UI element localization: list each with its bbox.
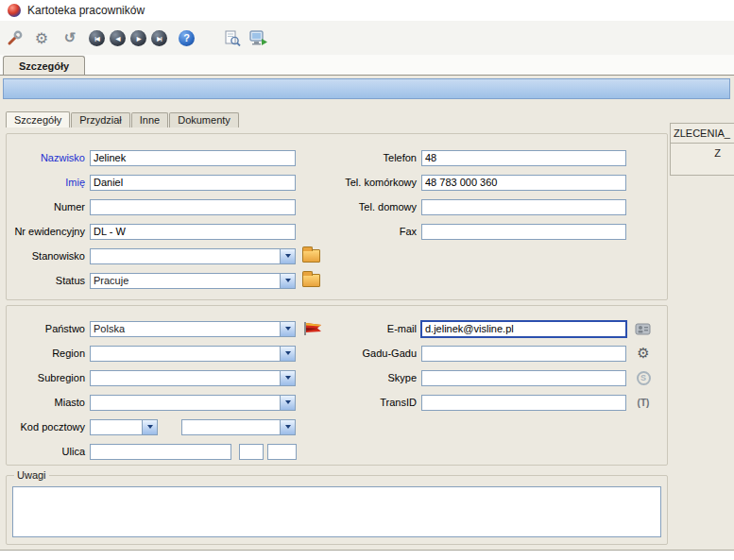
subtab-inne[interactable]: Inne	[131, 112, 168, 127]
next-record-icon[interactable]: ▶	[130, 30, 146, 46]
nr-ewidencyjny-label: Nr ewidencyjny	[7, 226, 90, 237]
nr-domu-input[interactable]	[239, 444, 264, 460]
chevron-down-icon[interactable]	[280, 322, 295, 336]
search-document-icon[interactable]	[223, 28, 242, 47]
subregion-combo[interactable]	[90, 370, 296, 386]
title-bar: Kartoteka pracowników	[0, 0, 734, 21]
status-combo-value: Pracuje	[91, 274, 280, 288]
subregion-combo-value	[91, 371, 280, 385]
undo-icon[interactable]: ↺	[60, 28, 79, 47]
miasto-label: Miasto	[7, 397, 90, 408]
skype-label: Skype	[336, 372, 421, 383]
kod-pocztowy-label: Kod pocztowy	[7, 421, 90, 433]
ulica-label: Ulica	[7, 446, 90, 457]
panstwo-label: Państwo	[7, 323, 90, 334]
header-bar	[3, 78, 730, 99]
tel-domowy-input[interactable]	[421, 199, 626, 215]
first-record-icon[interactable]: |◀	[89, 30, 105, 46]
skype-input[interactable]	[421, 370, 626, 386]
help-icon[interactable]: ?	[179, 30, 195, 46]
gadu-gadu-input[interactable]	[421, 346, 626, 362]
chevron-down-icon[interactable]	[280, 249, 295, 263]
poczta-combo-value	[182, 420, 280, 434]
skype-icon[interactable]: S	[633, 370, 654, 386]
region-combo-value	[91, 347, 280, 361]
numer-label: Numer	[7, 201, 90, 212]
zlecenia-panel: ZLECENIA_ Z	[670, 123, 734, 176]
panstwo-combo-value: Polska	[91, 322, 280, 336]
miasto-combo[interactable]	[90, 395, 296, 411]
chevron-down-icon[interactable]	[280, 347, 295, 361]
flag-icon[interactable]	[302, 321, 323, 337]
uwagi-group: Uwagi	[6, 475, 668, 545]
subtab-przydzial[interactable]: Przydział	[71, 112, 130, 127]
app-icon	[8, 4, 21, 17]
settings-icon[interactable]: ⚙	[32, 28, 51, 47]
gadu-gadu-label: Gadu-Gadu	[336, 348, 421, 359]
last-record-icon[interactable]: ▶|	[151, 30, 167, 46]
tab-szczegoly-main[interactable]: Szczegóły	[3, 56, 85, 76]
nazwisko-label: Nazwisko	[7, 152, 90, 163]
region-combo[interactable]	[90, 346, 296, 362]
skype-glyph: S	[637, 371, 651, 385]
imie-input[interactable]	[90, 175, 296, 191]
tel-domowy-label: Tel. domowy	[336, 201, 421, 212]
nr-ewidencyjny-input[interactable]	[90, 224, 296, 240]
chevron-down-icon[interactable]	[280, 396, 295, 410]
nazwisko-input[interactable]	[90, 150, 296, 166]
gear-icon[interactable]: ⚙	[633, 346, 654, 362]
uwagi-textarea[interactable]	[12, 486, 661, 537]
fax-input[interactable]	[421, 224, 626, 240]
subtab-dokumenty[interactable]: Dokumenty	[169, 112, 239, 127]
subtab-szczegoly[interactable]: Szczegóły	[6, 111, 70, 127]
address-group: Państwo Polska Region	[6, 305, 668, 466]
tools-icon[interactable]	[6, 28, 25, 47]
content-area: Szczegóły Przydział Inne Dokumenty ZLECE…	[0, 75, 734, 551]
kod-pocztowy-combo-value	[91, 420, 142, 434]
toolbar: ⚙ ↺ |◀ ◀ ▶ ▶| ?	[0, 21, 734, 55]
fax-label: Fax	[336, 226, 421, 237]
stanowisko-combo[interactable]	[90, 248, 296, 264]
zlecenia-header: ZLECENIA_	[671, 124, 734, 144]
previous-record-icon[interactable]: ◀	[110, 30, 126, 46]
numer-input[interactable]	[90, 199, 296, 215]
panstwo-combo[interactable]: Polska	[90, 321, 296, 337]
email-label: E-mail	[336, 323, 421, 334]
tel-komorkowy-label: Tel. komórkowy	[336, 177, 421, 188]
chevron-down-icon[interactable]	[280, 420, 295, 434]
main-tab-strip: Szczegóły	[0, 55, 734, 75]
chevron-down-icon[interactable]	[280, 371, 295, 385]
email-input[interactable]	[421, 321, 626, 337]
poczta-combo[interactable]	[181, 419, 296, 435]
stanowisko-label: Stanowisko	[7, 250, 90, 262]
status-folder-icon[interactable]	[302, 274, 320, 287]
kod-pocztowy-combo[interactable]	[90, 419, 158, 435]
chevron-down-icon[interactable]	[142, 420, 157, 434]
tel-komorkowy-input[interactable]	[421, 175, 626, 191]
stanowisko-folder-icon[interactable]	[302, 249, 320, 263]
stanowisko-combo-value	[91, 249, 280, 263]
status-combo[interactable]: Pracuje	[90, 273, 296, 289]
window: Kartoteka pracowników ⚙ ↺ |◀ ◀ ▶ ▶| ?	[0, 0, 734, 560]
subtab-strip: Szczegóły Przydział Inne Dokumenty	[6, 111, 240, 127]
telefon-label: Telefon	[336, 152, 421, 163]
transid-label: TransID	[336, 397, 421, 408]
personal-group: Nazwisko Imię Numer Nr ewidencyjny Stano…	[6, 133, 668, 300]
telefon-input[interactable]	[421, 150, 626, 166]
zlecenia-value: Z	[671, 144, 734, 159]
status-label: Status	[7, 275, 90, 286]
uwagi-label: Uwagi	[14, 469, 49, 481]
chevron-down-icon[interactable]	[280, 274, 295, 288]
window-title: Kartoteka pracowników	[27, 4, 145, 17]
transid-input[interactable]	[421, 395, 626, 411]
computer-icon[interactable]	[249, 28, 268, 47]
miasto-combo-value	[91, 396, 280, 410]
subregion-label: Subregion	[7, 372, 90, 383]
transid-icon[interactable]: (T)	[633, 395, 654, 411]
region-label: Region	[7, 348, 90, 359]
nr-lokalu-input[interactable]	[267, 444, 297, 460]
contact-card-icon[interactable]	[633, 321, 654, 337]
ulica-input[interactable]	[90, 444, 231, 460]
imie-label: Imię	[7, 177, 90, 188]
